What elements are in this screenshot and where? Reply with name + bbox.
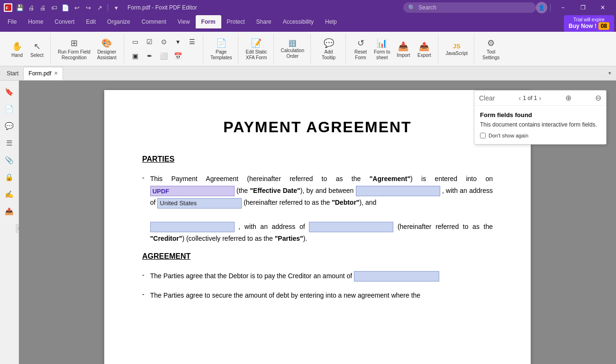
quick-access-toolbar: 💾 🖨 🖨 🏷 📄 ↩ ↪ ↗ ▾ <box>15 3 121 12</box>
minimize-button[interactable]: − <box>553 0 572 15</box>
panel-next-button[interactable]: › <box>539 94 542 102</box>
templates-label: PageTemplates <box>210 49 232 61</box>
panel-description: This document contains interactive form … <box>480 121 600 128</box>
sidebar: 🔖 📄 💬 ☰ 📎 🔒 ✍ 📤 › <box>0 81 19 364</box>
tab-home[interactable]: Home <box>22 15 49 28</box>
panel-clear-button[interactable]: Clear <box>479 94 495 102</box>
trial-badge[interactable]: Trial will expire Buy Now ! 08 <box>564 15 614 32</box>
dont-show-checkbox[interactable] <box>480 133 486 138</box>
select-label: Select <box>30 53 44 58</box>
run-form-recognition-button[interactable]: ⊞ Run Form FieldRecognition <box>55 36 93 62</box>
select-button[interactable]: ↖ Select <box>27 36 46 62</box>
tab-accessibility[interactable]: Accessibility <box>277 15 319 28</box>
page-templates-button[interactable]: 📄 PageTemplates <box>208 36 235 62</box>
share2-icon[interactable]: ↗ <box>95 3 104 12</box>
search-input[interactable] <box>418 4 523 11</box>
add-tooltip-button[interactable]: 💬 AddTooltip <box>316 36 342 62</box>
creditor-bold: "Creditor" <box>150 235 182 242</box>
btn2-button[interactable]: ▣ <box>129 49 142 63</box>
sidebar-share[interactable]: 📤 <box>2 204 17 219</box>
templates-icon: 📄 <box>216 38 226 48</box>
restore-button[interactable]: ❐ <box>573 0 592 15</box>
form-field-amount[interactable] <box>354 271 439 282</box>
javascript-button[interactable]: JS JavaScript <box>443 36 470 62</box>
section2-heading: AGREEMENT <box>142 252 493 261</box>
tool-settings-button[interactable]: ⚙ ToolSettings <box>479 36 503 62</box>
text-field-button[interactable]: ▭ <box>129 35 142 48</box>
tab-organize[interactable]: Organize <box>101 15 136 28</box>
tab-protect[interactable]: Protect <box>221 15 251 28</box>
form-to-sheet-button[interactable]: 📊 Form tosheet <box>371 36 392 62</box>
start-tab[interactable]: Start <box>2 67 23 80</box>
tab-help[interactable]: Help <box>319 15 343 28</box>
document-tab[interactable]: Form.pdf ✕ <box>23 67 63 80</box>
panel-prev-button[interactable]: ‹ <box>519 94 521 102</box>
hand-label: Hand <box>11 53 23 58</box>
combo-button[interactable]: ▾ <box>172 35 185 48</box>
print-icon[interactable]: 🖨 <box>27 3 36 12</box>
hand-button[interactable]: ✋ Hand <box>8 36 27 62</box>
print2-icon[interactable]: 🖨 <box>38 3 47 12</box>
reset-form-button[interactable]: ↺ ResetForm <box>351 36 371 62</box>
sidebar-bookmark[interactable]: 🔖 <box>2 84 17 100</box>
sidebar-security[interactable]: 🔒 <box>2 170 17 185</box>
file-icon[interactable]: 📄 <box>61 3 70 12</box>
save-icon[interactable]: 💾 <box>15 3 25 12</box>
dropdown-icon[interactable]: ▾ <box>111 3 121 12</box>
ribbon-group-calc: 🔢 CalculationOrder <box>275 34 311 64</box>
tabbar: Start Form.pdf ✕ ▾ <box>0 66 616 81</box>
export-button[interactable]: 📤 Export <box>414 36 434 62</box>
edit-xfa-button[interactable]: 📝 Edit StaticXFA Form <box>243 36 269 62</box>
radio-button[interactable]: ⊙ <box>157 35 171 48</box>
panel-zoom-in-button[interactable]: ⊕ <box>565 93 571 102</box>
sidebar-sign[interactable]: ✍ <box>2 187 17 202</box>
checkbox-icon: ☑ <box>146 38 153 46</box>
export-label: Export <box>417 53 431 58</box>
form-field-address2[interactable] <box>309 222 393 232</box>
tab-view[interactable]: View <box>172 15 196 28</box>
tab-close-button[interactable]: ✕ <box>54 71 58 76</box>
form-panel-body: Form fields found This document contains… <box>474 106 606 144</box>
calc-order-button[interactable]: 🔢 CalculationOrder <box>279 36 307 62</box>
form-panel-header: Clear ‹ 1 of 1 › ⊕ ⊖ <box>474 91 606 106</box>
trial-text: Trial will expire <box>573 17 605 22</box>
sidebar-layer[interactable]: ☰ <box>2 136 17 151</box>
tab-edit[interactable]: Edit <box>80 15 101 28</box>
close-button[interactable]: ✕ <box>593 0 612 15</box>
tab-share[interactable]: Share <box>251 15 277 28</box>
form-field-party2[interactable] <box>150 222 235 232</box>
agreement-bold: "Agreement" <box>370 175 410 182</box>
date-button[interactable]: 📅 <box>172 49 185 63</box>
tooltip-icon: 💬 <box>324 38 334 48</box>
redo-icon[interactable]: ↪ <box>83 3 93 12</box>
user-icon[interactable]: 👤 <box>536 2 547 13</box>
image-field-button[interactable]: ⬜ <box>157 49 171 63</box>
import-button[interactable]: 📥 Import <box>393 36 413 62</box>
calc-label: CalculationOrder <box>281 48 304 59</box>
search-box[interactable]: 🔍 <box>403 2 536 13</box>
tab-convert[interactable]: Convert <box>49 15 80 28</box>
sidebar-page[interactable]: 📄 <box>2 101 17 117</box>
sidebar-comment[interactable]: 💬 <box>2 118 17 134</box>
list-button[interactable]: ☰ <box>186 35 199 48</box>
designer-label: DesignerAssistant <box>97 49 117 61</box>
select-icon: ↖ <box>34 41 41 52</box>
checkbox-button[interactable]: ☑ <box>143 35 156 48</box>
form-field-party1[interactable] <box>356 186 440 196</box>
separator <box>108 4 108 11</box>
scroll-down-icon[interactable]: ▾ <box>606 70 614 76</box>
tab-file[interactable]: File <box>2 15 22 28</box>
form-field-date[interactable] <box>150 186 235 196</box>
sidebar-attachment[interactable]: 📎 <box>2 153 17 168</box>
form-field-address1[interactable] <box>157 198 242 209</box>
hand-icon: ✋ <box>12 41 22 52</box>
designer-assistant-button[interactable]: 🎨 DesignerAssistant <box>94 36 120 62</box>
ribbon-group-tools: ✋ Hand ↖ Select <box>4 34 51 64</box>
tag-icon[interactable]: 🏷 <box>49 3 59 12</box>
ribbon-group-js: JS JavaScript <box>439 34 474 64</box>
undo-icon[interactable]: ↩ <box>72 3 82 12</box>
tab-comment[interactable]: Comment <box>136 15 172 28</box>
tab-form[interactable]: Form <box>196 15 221 28</box>
panel-zoom-out-button[interactable]: ⊖ <box>595 93 601 102</box>
signature-button[interactable]: ✒ <box>143 49 156 63</box>
